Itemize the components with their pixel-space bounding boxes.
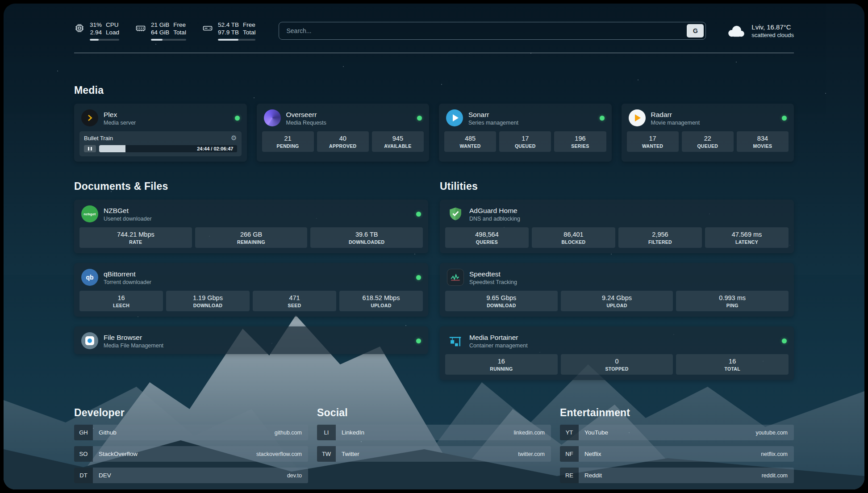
disk-widget: 52.4 TB 97.9 TB Free Total [202,21,256,41]
nzbget-icon: nzbget [81,205,98,222]
stat-wanted: 485 WANTED [444,131,496,152]
service-name: File Browser [104,333,163,342]
memory-usage-bar [151,39,186,41]
service-card-filebrowser[interactable]: File Browser Media File Management [74,326,428,354]
stat-available: 945 AVAILABLE [372,131,424,152]
qbittorrent-icon: qb [81,269,98,286]
now-playing-title: Bullet Train [84,135,113,142]
service-name: Plex [104,110,136,119]
bookmark-abbr: YT [560,425,579,440]
stat-rate: 744.21 Mbps RATE [79,227,192,248]
section-title-social: Social [317,407,551,419]
ram-icon [135,23,146,33]
stat-stopped: 0 STOPPED [561,354,673,375]
media-card-grid: Plex Media server Bullet Train ⚙ [74,104,794,162]
status-dot [416,338,421,343]
service-subtitle: Container management [469,343,528,349]
service-name: qBittorrent [104,270,151,278]
bookmark-abbr: SO [74,446,93,462]
service-subtitle: Media File Management [104,343,163,349]
cpu-load-label: Load [106,29,119,36]
section-title-developer: Developer [74,407,308,419]
memory-free-label: Free [173,21,186,29]
bookmark-abbr: NF [560,446,579,462]
section-title-entertainment: Entertainment [560,407,794,419]
service-name: Media Portainer [469,333,528,342]
status-dot [600,116,605,121]
plex-now-playing: Bullet Train ⚙ 24:44 / 02:06:47 [79,131,242,156]
playback-progress-fill [99,145,125,152]
stat-series: 196 SERIES [554,131,606,152]
service-name: Sonarr [468,110,518,119]
status-dot [416,275,421,280]
plex-icon [81,109,98,126]
disk-total-label: Total [243,29,256,36]
service-subtitle: Movie management [651,120,700,126]
search-input[interactable] [279,22,706,40]
service-name: Radarr [651,110,700,119]
status-dot [782,116,787,121]
service-name: Overseerr [286,110,326,119]
stat-remaining: 266 GB REMAINING [195,227,308,248]
stat-downloaded: 39.6 TB DOWNLOADED [310,227,423,248]
service-card-radarr[interactable]: Radarr Movie management 17 WANTED 22 QUE… [622,104,794,162]
stat-pending: 21 PENDING [262,131,314,152]
system-stats: 31% 2.94 CPU Load [74,21,255,41]
section-title-media: Media [74,84,794,96]
service-card-sonarr[interactable]: Sonarr Series management 485 WANTED 17 Q… [439,104,612,162]
service-card-overseerr[interactable]: Overseerr Media Requests 21 PENDING 40 A… [257,104,430,162]
search-engine-button[interactable]: G [687,24,704,38]
portainer-crane-icon [447,332,464,349]
service-card-nzbget[interactable]: nzbget NZBGet Usenet downloader 744.21 M… [74,200,428,253]
service-name: AdGuard Home [469,206,520,215]
bookmark-github[interactable]: GH Github github.com [74,425,308,440]
bookmark-twitter[interactable]: TW Twitter twitter.com [317,446,551,462]
status-dot [417,116,422,121]
section-title-utilities: Utilities [440,180,794,192]
bookmark-abbr: RE [560,468,579,483]
service-card-plex[interactable]: Plex Media server Bullet Train ⚙ [74,104,247,162]
stat-upload: 618.52 Mbps UPLOAD [339,291,423,311]
topbar-divider [74,53,794,53]
sonarr-icon [446,109,463,126]
bookmark-youtube[interactable]: YT YouTube youtube.com [560,425,794,440]
stat-download: 9.65 Gbps DOWNLOAD [445,291,558,311]
service-subtitle: Speedtest Tracking [469,279,517,285]
weather-widget[interactable]: Lviv, 16.87°C scattered clouds [726,23,794,38]
service-card-adguard[interactable]: AdGuard Home DNS and adblocking 498,564 … [440,200,794,253]
bookmark-netflix[interactable]: NF Netflix netflix.com [560,446,794,462]
cpu-label: CPU [106,21,119,29]
radarr-icon [629,109,646,126]
section-title-documents: Documents & Files [74,180,428,192]
window-frame: 31% 2.94 CPU Load [0,0,868,493]
utilities-column: Utilities Ad [440,180,794,380]
gear-icon[interactable]: ⚙ [231,135,237,142]
speedtest-icon [447,269,464,286]
weather-location-temp: Lviv, 16.87°C [751,23,794,31]
stat-latency: 47.569 ms LATENCY [705,227,789,248]
bookmark-stackoverflow[interactable]: SO StackOverflow stackoverflow.com [74,446,308,462]
service-card-speedtest[interactable]: Speedtest Speedtest Tracking 9.65 Gbps D… [440,263,794,317]
topbar: 31% 2.94 CPU Load [74,20,794,42]
service-card-qbittorrent[interactable]: qb qBittorrent Torrent downloader 16 LEE… [74,263,428,317]
stat-wanted: 17 WANTED [627,131,679,152]
bookmark-dev[interactable]: DT DEV dev.to [74,468,308,483]
disk-free: 52.4 TB [218,21,239,29]
bookmark-linkedin[interactable]: LI LinkedIn linkedin.com [317,425,551,440]
adguard-shield-icon [447,205,464,222]
hard-drive-icon [202,23,213,33]
social-column: Social LI LinkedIn linkedin.com TW Twitt… [317,407,551,462]
documents-column: Documents & Files nzbget NZBGet Usenet d… [74,180,428,354]
service-card-portainer[interactable]: Media Portainer Container management 16 … [440,326,794,380]
playback-progress-bar[interactable]: 24:44 / 02:06:47 [99,145,237,152]
pause-button[interactable] [84,145,96,152]
bookmark-abbr: LI [317,425,336,440]
cpu-usage-bar [90,39,119,41]
dashboard-screen: 31% 2.94 CPU Load [4,4,864,489]
cpu-percent: 31% [90,21,102,29]
overseerr-icon [264,109,281,126]
bookmark-reddit[interactable]: RE Reddit reddit.com [560,468,794,483]
stat-queries: 498,564 QUERIES [445,227,529,248]
memory-total: 64 GiB [151,29,169,36]
disk-usage-bar [218,39,256,41]
